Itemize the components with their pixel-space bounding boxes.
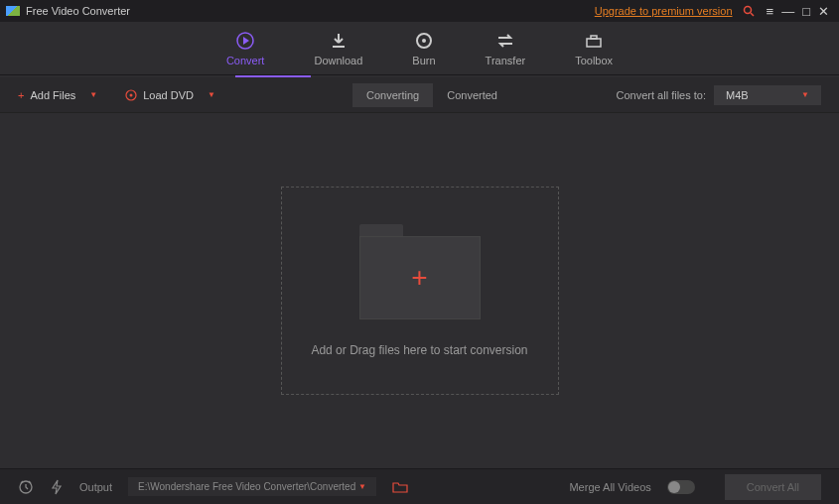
dropzone[interactable]: + Add or Drag files here to start conver… bbox=[281, 187, 559, 395]
nav-burn[interactable]: Burn bbox=[412, 31, 435, 66]
tab-converting[interactable]: Converting bbox=[352, 83, 433, 107]
convert-all-button[interactable]: Convert All bbox=[725, 474, 821, 500]
plus-icon: + bbox=[411, 262, 427, 294]
tab-converted[interactable]: Converted bbox=[433, 83, 511, 107]
chevron-down-icon: ▼ bbox=[801, 90, 809, 99]
burn-icon bbox=[414, 31, 434, 51]
plus-icon: + bbox=[18, 89, 24, 101]
app-logo-icon bbox=[6, 6, 20, 16]
upgrade-link[interactable]: Upgrade to premium version bbox=[595, 5, 733, 17]
svg-marker-3 bbox=[243, 37, 249, 45]
chevron-down-icon: ▼ bbox=[358, 482, 366, 491]
chevron-down-icon: ▼ bbox=[208, 90, 215, 99]
nav-transfer[interactable]: Transfer bbox=[486, 31, 526, 66]
tab-group: Converting Converted bbox=[352, 83, 511, 107]
merge-toggle[interactable] bbox=[667, 480, 695, 494]
disc-icon bbox=[125, 89, 137, 101]
download-icon bbox=[329, 31, 349, 51]
nav-toolbox[interactable]: Toolbox bbox=[575, 31, 613, 66]
add-files-button[interactable]: + Add Files ▼ bbox=[18, 89, 97, 101]
maximize-icon[interactable]: □ bbox=[802, 4, 810, 19]
main-nav: Convert Download Burn Transfer Toolbox bbox=[0, 22, 839, 75]
open-folder-icon[interactable] bbox=[392, 480, 408, 494]
svg-rect-7 bbox=[591, 36, 597, 39]
convert-all-label: Convert all files to: bbox=[617, 89, 706, 101]
add-files-label: Add Files bbox=[30, 89, 75, 101]
minimize-icon[interactable]: — bbox=[781, 4, 794, 19]
load-dvd-label: Load DVD bbox=[143, 89, 194, 101]
toolbar: + Add Files ▼ Load DVD ▼ Converting Conv… bbox=[0, 77, 839, 113]
close-icon[interactable]: ✕ bbox=[818, 4, 829, 19]
folder-icon: + bbox=[359, 224, 481, 319]
format-select[interactable]: M4B ▼ bbox=[714, 85, 821, 105]
load-dvd-button[interactable]: Load DVD ▼ bbox=[125, 89, 215, 101]
footer: Output E:\Wondershare Free Video Convert… bbox=[0, 468, 839, 504]
flash-icon[interactable] bbox=[50, 479, 64, 495]
svg-point-0 bbox=[744, 7, 751, 14]
svg-rect-6 bbox=[587, 39, 601, 47]
chevron-down-icon: ▼ bbox=[89, 90, 97, 99]
nav-convert-label: Convert bbox=[226, 55, 265, 66]
search-icon[interactable] bbox=[743, 5, 755, 17]
dropzone-text: Add or Drag files here to start conversi… bbox=[311, 343, 527, 357]
clock-icon[interactable] bbox=[18, 479, 34, 495]
format-value: M4B bbox=[726, 89, 749, 101]
output-label: Output bbox=[79, 481, 112, 493]
merge-label: Merge All Videos bbox=[569, 481, 650, 493]
main-area: + Add or Drag files here to start conver… bbox=[0, 113, 839, 468]
nav-download[interactable]: Download bbox=[314, 31, 362, 66]
nav-toolbox-label: Toolbox bbox=[575, 55, 613, 66]
transfer-icon bbox=[495, 31, 515, 51]
svg-point-9 bbox=[130, 93, 133, 96]
app-title: Free Video Converter bbox=[26, 5, 595, 17]
output-path-select[interactable]: E:\Wondershare Free Video Converter\Conv… bbox=[128, 477, 376, 496]
nav-convert[interactable]: Convert bbox=[226, 31, 265, 66]
nav-burn-label: Burn bbox=[412, 55, 435, 66]
svg-point-5 bbox=[422, 39, 426, 43]
output-path-value: E:\Wondershare Free Video Converter\Conv… bbox=[138, 481, 355, 492]
titlebar: Free Video Converter Upgrade to premium … bbox=[0, 0, 839, 22]
nav-transfer-label: Transfer bbox=[486, 55, 526, 66]
toolbox-icon bbox=[584, 31, 604, 51]
menu-icon[interactable]: ≡ bbox=[767, 4, 774, 19]
convert-icon bbox=[235, 31, 255, 51]
nav-download-label: Download bbox=[314, 55, 362, 66]
svg-line-1 bbox=[751, 13, 754, 16]
